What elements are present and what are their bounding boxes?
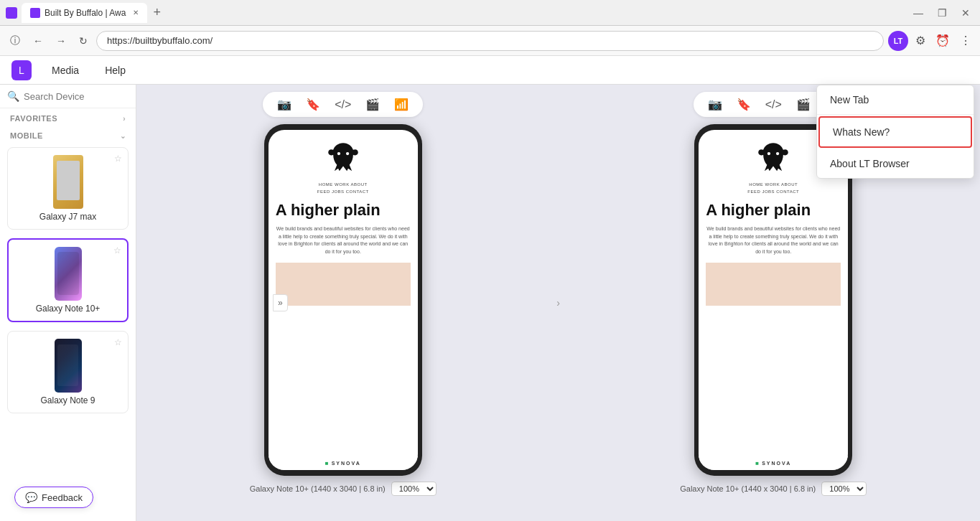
svg-point-2: [767, 152, 770, 155]
svg-point-3: [776, 152, 779, 155]
phone-screen-content-1: HOME WORK ABOUT FEED JOBS CONTACT A high…: [269, 130, 418, 456]
device-image-note10: [55, 247, 82, 301]
site-body-2: We build brands and beautiful websites f…: [706, 225, 841, 255]
more-btn[interactable]: ⋮: [957, 31, 974, 50]
tab-close-btn[interactable]: ✕: [133, 9, 139, 17]
device-name-j7: Galaxy J7 max: [39, 212, 96, 222]
info-btn[interactable]: ⓘ: [6, 32, 24, 50]
site-heading-2: A higher plain: [706, 201, 841, 220]
maximize-btn[interactable]: ❐: [933, 6, 951, 20]
site-logo-bottom-1: ■ SYNOVA: [269, 456, 418, 470]
settings-btn[interactable]: ⚙: [913, 31, 928, 50]
video-tool-1[interactable]: 🎬: [361, 96, 384, 113]
wifi-tool-1[interactable]: 📶: [390, 96, 413, 113]
app-toolbar: L Media Help: [0, 56, 980, 85]
sidebar: 🔍 « FAVORITES › MOBILE ⌄ ☆ Galaxy J7 max…: [0, 85, 136, 521]
device-toolbar-1: 📷 🔖 </> 🎬 📶: [263, 92, 423, 117]
device-label-name-1: Galaxy Note 10+ (1440 x 3040 | 6.8 in): [250, 484, 386, 493]
window-controls: — ❐ ✕: [909, 6, 974, 20]
site-body-1: We build brands and beautiful websites f…: [276, 225, 411, 255]
device-label-bar-2: Galaxy Note 10+ (1440 x 3040 | 6.8 in) 1…: [680, 482, 867, 496]
device-card-galaxy-j7-max[interactable]: ☆ Galaxy J7 max: [7, 147, 129, 230]
feedback-button[interactable]: 💬 Feedback: [14, 487, 93, 508]
expand-left-btn[interactable]: »: [273, 294, 288, 311]
site-logo-bottom-2: ■ SYNOVA: [699, 456, 848, 470]
device-name-note9: Galaxy Note 9: [40, 395, 95, 405]
app-favicon: [6, 7, 17, 19]
phone-screen-content-2: HOME WORK ABOUT FEED JOBS CONTACT A high…: [699, 130, 848, 456]
mobile-section-header: MOBILE ⌄: [0, 126, 136, 143]
device-label-bar-1: Galaxy Note 10+ (1440 x 3040 | 6.8 in) 1…: [250, 482, 437, 496]
site-logo-1: [325, 140, 362, 177]
phone-screen-2: HOME WORK ABOUT FEED JOBS CONTACT A high…: [699, 130, 848, 470]
reload-btn[interactable]: ↻: [75, 32, 92, 50]
nav-bar: ⓘ ← → ↻ LT ⚙ ⏰ ⋮: [0, 26, 980, 56]
device-image-note9: [55, 339, 82, 393]
search-box: 🔍 «: [0, 85, 136, 108]
address-bar[interactable]: [96, 31, 884, 51]
code-tool-1[interactable]: </>: [330, 96, 355, 113]
tag-tool-1[interactable]: 🔖: [302, 96, 325, 113]
active-tab[interactable]: Built By Buffalo | Awa ✕: [22, 3, 147, 23]
phone-frame-1: HOME WORK ABOUT FEED JOBS CONTACT A high…: [264, 124, 422, 476]
search-icon: 🔍: [7, 90, 19, 102]
site-pink-1: [276, 263, 411, 306]
site-nav-2: HOME WORK ABOUT FEED JOBS CONTACT: [747, 182, 799, 195]
app-logo: L: [11, 60, 32, 80]
zoom-select-2[interactable]: 100% 75% 50%: [821, 482, 867, 496]
svg-point-1: [346, 152, 349, 155]
tab-area: Built By Buffalo | Awa ✕ +: [22, 3, 909, 23]
zoom-select-1[interactable]: 100% 75% 50%: [391, 482, 437, 496]
phone-screen-1: HOME WORK ABOUT FEED JOBS CONTACT A high…: [269, 130, 418, 470]
video-tool-2[interactable]: 🎬: [792, 96, 815, 113]
site-heading-1: A higher plain: [276, 201, 411, 220]
viewport-1: 📷 🔖 </> 🎬 📶: [136, 85, 550, 521]
device-image-j7: [53, 155, 83, 209]
favorite-star-j7[interactable]: ☆: [114, 154, 122, 164]
dropdown-menu: New Tab Whats New? About LT Browser: [816, 85, 974, 179]
nav-right-controls: LT ⚙ ⏰ ⋮: [888, 31, 974, 51]
site-pink-2: [706, 263, 841, 306]
menu-media[interactable]: Media: [46, 62, 85, 79]
svg-point-0: [337, 152, 340, 155]
back-btn[interactable]: ←: [29, 32, 47, 50]
forward-btn[interactable]: →: [52, 32, 70, 50]
camera-tool-1[interactable]: 📷: [273, 96, 296, 113]
device-card-galaxy-note9[interactable]: ☆ Galaxy Note 9: [7, 331, 129, 413]
search-input[interactable]: [24, 91, 144, 102]
code-tool-2[interactable]: </>: [761, 96, 786, 113]
dropdown-about-lt[interactable]: About LT Browser: [817, 149, 974, 178]
dropdown-new-tab[interactable]: New Tab: [817, 85, 974, 115]
user-avatar[interactable]: LT: [888, 31, 908, 51]
menu-help[interactable]: Help: [99, 62, 131, 79]
site-nav-1: HOME WORK ABOUT FEED JOBS CONTACT: [317, 182, 369, 195]
feedback-label: Feedback: [42, 492, 83, 503]
timer-btn[interactable]: ⏰: [933, 31, 953, 50]
device-name-note10: Galaxy Note 10+: [36, 304, 101, 314]
device-label-name-2: Galaxy Note 10+ (1440 x 3040 | 6.8 in): [680, 484, 816, 493]
viewport-divider[interactable]: ›: [550, 85, 567, 521]
mobile-label: MOBILE: [10, 131, 43, 140]
camera-tool-2[interactable]: 📷: [704, 96, 727, 113]
device-card-galaxy-note10plus[interactable]: ☆ Galaxy Note 10+: [7, 238, 129, 322]
feedback-icon: 💬: [25, 492, 37, 503]
mobile-chevron[interactable]: ⌄: [120, 132, 126, 140]
tab-title: Built By Buffalo | Awa: [45, 8, 126, 18]
favorites-label: FAVORITES: [10, 114, 57, 123]
dropdown-whats-new[interactable]: Whats New?: [818, 116, 972, 148]
title-bar: Built By Buffalo | Awa ✕ + — ❐ ✕: [0, 0, 980, 26]
tag-tool-2[interactable]: 🔖: [732, 96, 755, 113]
new-tab-button[interactable]: +: [147, 5, 167, 20]
close-btn[interactable]: ✕: [957, 6, 974, 20]
favorites-section-header: FAVORITES ›: [0, 108, 136, 126]
site-logo-2: [755, 140, 792, 177]
favorites-chevron[interactable]: ›: [123, 115, 126, 123]
favorite-star-note10[interactable]: ☆: [113, 245, 121, 255]
favorite-star-note9[interactable]: ☆: [114, 337, 122, 347]
tab-favicon: [30, 8, 40, 18]
minimize-btn[interactable]: —: [909, 6, 928, 20]
